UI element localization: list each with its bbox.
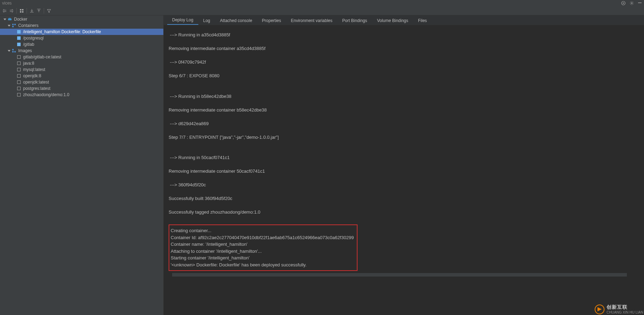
- tree-node-container[interactable]: /intelligent_hamilton Dockerfile: Docker…: [0, 29, 163, 35]
- ide-settings-icon[interactable]: [621, 1, 626, 6]
- log-line: [169, 148, 644, 155]
- log-line: [169, 79, 644, 86]
- toolbar-separator: [16, 8, 17, 14]
- tree-node-container[interactable]: /gitlab: [0, 41, 163, 48]
- log-line: [169, 66, 644, 73]
- watermark-logo-icon: [595, 305, 604, 314]
- tab-volume-bindings[interactable]: Volume Bindings: [372, 16, 413, 25]
- log-line: Creating container...: [171, 227, 355, 234]
- window-title: vices: [2, 1, 12, 6]
- filter-icon[interactable]: [46, 8, 52, 14]
- tree-label: openjdk:latest: [23, 80, 49, 85]
- tree-label: Containers: [18, 23, 38, 28]
- tree-node-images[interactable]: Images: [0, 48, 163, 54]
- svg-rect-7: [22, 11, 23, 13]
- tree-label: Docker: [14, 17, 27, 22]
- log-line: Removing intermediate container a35cd4d3…: [169, 45, 644, 52]
- tree-node-image[interactable]: java:8: [0, 60, 163, 66]
- svg-rect-24: [17, 62, 21, 65]
- log-line: Successfully built 360f94d5f20c: [169, 195, 644, 202]
- svg-rect-22: [12, 51, 14, 52]
- services-toolbar: [0, 6, 644, 15]
- deploy-log-output[interactable]: ---> Running in a35cd4d3885f Removing in…: [164, 25, 644, 315]
- tree-node-docker[interactable]: Docker: [0, 16, 163, 22]
- gear-icon[interactable]: [629, 1, 634, 6]
- tab-attached-console[interactable]: Attached console: [215, 16, 257, 25]
- export-icon[interactable]: [36, 8, 42, 14]
- watermark-subtitle: CHUANG XIN HU LIAN: [607, 310, 643, 314]
- log-line: Removing intermediate container b58ec42d…: [169, 107, 644, 114]
- svg-rect-13: [12, 24, 14, 25]
- svg-rect-23: [17, 56, 21, 59]
- container-icon: [17, 30, 21, 34]
- tree-node-image[interactable]: gitlab/gitlab-ce:latest: [0, 54, 163, 60]
- tree-label: gitlab/gitlab-ce:latest: [23, 55, 61, 59]
- chevron-down-icon: [7, 49, 11, 53]
- container-icon: [17, 42, 21, 46]
- log-line: Container name: '/intelligent_hamilton': [171, 241, 355, 248]
- svg-rect-14: [14, 24, 16, 25]
- tree-node-image[interactable]: openjdk:8: [0, 73, 163, 79]
- deploy-success-highlight: Creating container...Container Id: af92c…: [169, 224, 358, 271]
- tab-env-variables[interactable]: Environment variables: [286, 16, 338, 25]
- tree-spacer: [12, 30, 16, 34]
- log-line: [169, 52, 644, 59]
- tree-spacer: [12, 36, 16, 40]
- group-by-icon[interactable]: [19, 8, 25, 14]
- log-line: Step 6/7 : EXPOSE 8080: [169, 72, 644, 79]
- svg-rect-29: [17, 93, 21, 96]
- log-line: [169, 202, 644, 209]
- svg-point-0: [622, 1, 625, 5]
- svg-rect-18: [17, 43, 21, 46]
- tree-node-containers[interactable]: Containers: [0, 22, 163, 29]
- tree-node-image[interactable]: openjdk:latest: [0, 79, 163, 85]
- expand-all-icon[interactable]: [1, 8, 8, 14]
- tab-port-bindings[interactable]: Port Bindings: [337, 16, 372, 25]
- svg-rect-27: [17, 81, 21, 84]
- containers-icon: [12, 23, 16, 28]
- import-icon[interactable]: [29, 8, 35, 14]
- watermark-title: 创新互联: [607, 304, 628, 310]
- content-panel: Deploy Log Log Attached console Properti…: [164, 15, 644, 315]
- log-line: [169, 100, 644, 107]
- svg-marker-12: [8, 25, 10, 27]
- horizontal-scrollbar[interactable]: [172, 273, 627, 277]
- log-line: ---> Running in a35cd4d3885f: [169, 31, 644, 38]
- tree-node-image[interactable]: zhouzhaodong/demo:1.0: [0, 92, 163, 98]
- log-line: [169, 161, 644, 168]
- log-line: ---> Running in b58ec42dbe38: [169, 93, 644, 100]
- svg-rect-9: [8, 19, 12, 20]
- tree-spacer: [12, 86, 16, 91]
- tree-node-image[interactable]: postgres:latest: [0, 85, 163, 92]
- tree-spacer: [12, 42, 16, 46]
- container-icon: [17, 36, 21, 40]
- tab-log[interactable]: Log: [198, 16, 215, 25]
- docker-icon: [8, 17, 12, 21]
- tree-spacer: [12, 80, 16, 84]
- collapse-all-icon[interactable]: [8, 8, 15, 14]
- svg-rect-21: [14, 51, 16, 52]
- services-tree[interactable]: Docker Containers /intelligent_hamilton …: [0, 15, 164, 315]
- chevron-down-icon: [3, 17, 7, 21]
- window-titlebar: vices: [0, 0, 644, 6]
- tab-properties[interactable]: Properties: [257, 16, 286, 25]
- svg-rect-6: [20, 11, 21, 13]
- tree-label: /gitlab: [23, 42, 34, 47]
- svg-rect-20: [12, 49, 14, 50]
- toolbar-separator: [27, 8, 27, 14]
- tree-spacer: [12, 61, 16, 65]
- tab-deploy-log[interactable]: Deploy Log: [167, 16, 198, 25]
- tree-node-image[interactable]: mysql:latest: [0, 66, 163, 73]
- detail-tabs: Deploy Log Log Attached console Properti…: [164, 15, 644, 25]
- minimize-icon[interactable]: [638, 1, 642, 6]
- log-line: Container Id: af92c2ae2c277040470e910dbf…: [171, 234, 355, 241]
- tab-files[interactable]: Files: [413, 16, 432, 25]
- log-line: Successfully tagged zhouzhaodong/demo:1.…: [169, 209, 644, 216]
- chevron-down-icon: [7, 23, 11, 28]
- log-line: [169, 127, 644, 134]
- svg-rect-5: [22, 9, 23, 10]
- toolbar-separator: [44, 8, 44, 14]
- log-line: [169, 86, 644, 93]
- tree-label: openjdk:8: [23, 73, 41, 78]
- tree-node-container[interactable]: /postgresql: [0, 35, 163, 41]
